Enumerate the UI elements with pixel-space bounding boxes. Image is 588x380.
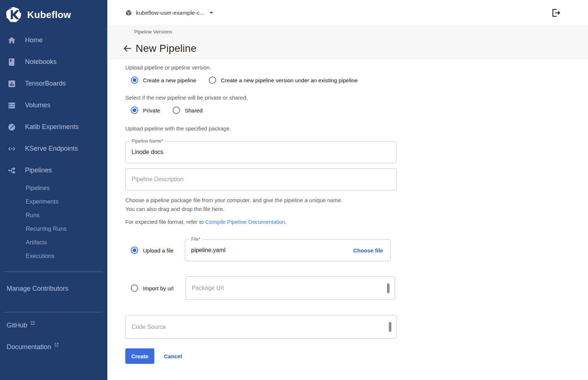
compile-pipeline-documentation-link[interactable]: Compile Pipeline Documentation bbox=[205, 219, 286, 225]
format-help-text: For expected file format, refer to Compi… bbox=[125, 218, 588, 226]
page-title: New Pipeline bbox=[136, 43, 197, 54]
sidebar-item-manage-contributors[interactable]: Manage Contributors bbox=[0, 278, 107, 300]
sidebar-nav: Home Notebooks TensorBoards Volumes bbox=[0, 29, 107, 263]
page-header: Pipeline Versions New Pipeline bbox=[107, 26, 588, 59]
home-icon bbox=[7, 36, 16, 45]
external-link-icon bbox=[54, 342, 59, 347]
sidebar-item-kserve-endpoints[interactable]: KServe Endpoints bbox=[0, 138, 107, 159]
code-source-field bbox=[125, 315, 397, 339]
visibility-section-label: Select if the new pipeline will be priva… bbox=[125, 94, 588, 101]
sidebar-divider bbox=[4, 312, 103, 312]
title-row: New Pipeline bbox=[107, 41, 588, 56]
upload-section-label: Upload pipeline or pipeline version. bbox=[125, 64, 588, 71]
kubeflow-app: Kubeflow Home Notebooks TensorBoards bbox=[0, 0, 588, 380]
new-pipeline-form: Upload pipeline or pipeline version. Cre… bbox=[107, 59, 588, 380]
sidebar: Kubeflow Home Notebooks TensorBoards bbox=[0, 0, 107, 380]
logout-button[interactable] bbox=[551, 8, 561, 18]
sidebar-subitem-runs[interactable]: Runs bbox=[0, 208, 107, 222]
sidebar-subitem-recurring-runs[interactable]: Recurring Runs bbox=[0, 222, 107, 236]
topbar: kubeflow-user-example-c... bbox=[107, 0, 588, 26]
pipeline-name-label: Pipeline Name* bbox=[130, 139, 165, 144]
file-name-input[interactable] bbox=[185, 240, 353, 261]
code-source-input[interactable] bbox=[126, 315, 397, 338]
sidebar-item-github[interactable]: GitHub bbox=[0, 315, 107, 336]
package-url-input[interactable] bbox=[186, 277, 395, 300]
pipeline-name-input[interactable] bbox=[126, 141, 397, 163]
sidebar-divider bbox=[4, 272, 103, 272]
sidebar-item-home[interactable]: Home bbox=[0, 29, 107, 51]
sidebar-item-katib-experiments[interactable]: Katib Experiments bbox=[0, 116, 107, 138]
namespace-selector[interactable]: kubeflow-user-example-c... bbox=[125, 9, 213, 17]
chevron-down-icon bbox=[209, 12, 213, 14]
upload-file-row: Upload a file File* Choose file bbox=[125, 239, 588, 261]
cancel-button[interactable]: Cancel bbox=[164, 353, 182, 359]
kubeflow-logo-icon bbox=[5, 6, 22, 23]
radio-create-new-pipeline[interactable]: Create a new pipeline bbox=[131, 76, 196, 84]
file-label: File* bbox=[189, 237, 202, 242]
pipeline-type-radio-group: Create a new pipeline Create a new pipel… bbox=[125, 76, 588, 85]
breadcrumb[interactable]: Pipeline Versions bbox=[134, 29, 588, 35]
namespace-label: kubeflow-user-example-c... bbox=[136, 10, 204, 16]
package-help-text: Choose a pipeline package file from your… bbox=[125, 196, 588, 214]
logo-row: Kubeflow bbox=[0, 0, 107, 29]
sidebar-item-tensorboards[interactable]: TensorBoards bbox=[0, 73, 107, 94]
pipeline-name-field: Pipeline Name* bbox=[125, 141, 397, 163]
import-by-url-row: Import by url bbox=[125, 276, 588, 300]
sidebar-item-documentation[interactable]: Documentation bbox=[0, 336, 107, 358]
notebooks-icon bbox=[7, 58, 16, 67]
radio-upload-a-file[interactable]: Upload a file bbox=[131, 247, 173, 254]
choose-file-button[interactable]: Choose file bbox=[353, 247, 390, 254]
radio-shared[interactable]: Shared bbox=[173, 107, 202, 114]
radio-unselected-icon bbox=[209, 76, 216, 84]
back-button[interactable] bbox=[122, 43, 133, 54]
radio-selected-icon bbox=[131, 107, 138, 114]
logout-icon bbox=[551, 8, 561, 18]
package-url-field bbox=[186, 276, 395, 300]
pipeline-description-input[interactable] bbox=[126, 169, 397, 190]
radio-create-new-version[interactable]: Create a new pipeline version under an e… bbox=[209, 76, 358, 84]
logo-text: Kubeflow bbox=[27, 9, 71, 21]
pipelines-icon bbox=[7, 166, 16, 175]
sidebar-subitem-executions[interactable]: Executions bbox=[0, 249, 107, 263]
external-link-icon bbox=[30, 320, 35, 326]
visibility-radio-group: Private Shared bbox=[125, 106, 588, 115]
form-actions: Create Cancel bbox=[125, 348, 588, 380]
volumes-icon bbox=[7, 101, 16, 110]
sidebar-item-notebooks[interactable]: Notebooks bbox=[0, 51, 107, 73]
back-arrow-icon bbox=[122, 43, 133, 54]
sidebar-subitem-pipelines[interactable]: Pipelines bbox=[0, 181, 107, 195]
scrollbar-thumb[interactable] bbox=[389, 322, 391, 332]
katib-icon bbox=[7, 123, 16, 132]
sidebar-subitem-experiments[interactable]: Experiments bbox=[0, 195, 107, 208]
create-button[interactable]: Create bbox=[125, 348, 154, 364]
pipeline-description-field bbox=[125, 168, 397, 190]
radio-private[interactable]: Private bbox=[131, 107, 160, 114]
tensorboards-icon bbox=[7, 79, 16, 88]
sidebar-item-volumes[interactable]: Volumes bbox=[0, 94, 107, 116]
scrollbar-thumb[interactable] bbox=[387, 283, 390, 293]
file-field: File* Choose file bbox=[185, 239, 391, 261]
cube-icon bbox=[125, 9, 132, 17]
radio-selected-icon bbox=[131, 76, 138, 84]
sidebar-item-pipelines[interactable]: Pipelines bbox=[0, 159, 107, 181]
main-area: kubeflow-user-example-c... Pipeline Vers… bbox=[107, 0, 588, 380]
sidebar-subitem-artifacts[interactable]: Artifacts bbox=[0, 236, 107, 249]
kserve-icon bbox=[7, 144, 16, 153]
radio-unselected-icon bbox=[173, 107, 180, 114]
radio-selected-icon bbox=[131, 247, 138, 254]
radio-import-by-url[interactable]: Import by url bbox=[131, 284, 173, 292]
radio-unselected-icon bbox=[131, 284, 138, 292]
package-section-label: Upload pipeline with the specified packa… bbox=[125, 125, 588, 132]
